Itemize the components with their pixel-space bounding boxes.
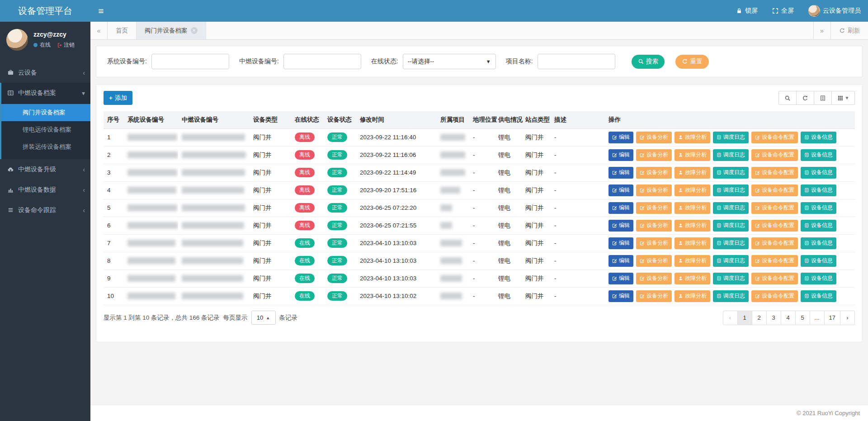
- row-action-5[interactable]: 设备信息: [801, 237, 836, 249]
- user-menu[interactable]: 云设备管理员: [801, 0, 868, 22]
- row-action-3[interactable]: 调度日志: [713, 255, 749, 267]
- table-search-toggle-button[interactable]: [778, 91, 797, 105]
- row-action-2[interactable]: 故障分析: [675, 273, 710, 284]
- page-button-5[interactable]: 5: [795, 311, 810, 325]
- sidebar-item-3[interactable]: 中燃设备数据‹: [1, 180, 90, 200]
- tabs-scroll-right-button[interactable]: »: [813, 22, 830, 39]
- row-action-0[interactable]: 编辑: [609, 184, 633, 196]
- page-button-1[interactable]: 1: [737, 311, 752, 325]
- row-action-2[interactable]: 故障分析: [675, 149, 710, 161]
- logout-button[interactable]: 注销: [57, 41, 75, 49]
- row-action-0[interactable]: 编辑: [609, 202, 633, 214]
- row-action-3[interactable]: 调度日志: [713, 273, 749, 284]
- table-columns-button[interactable]: ▼: [831, 91, 855, 105]
- sidebar-toggle-button[interactable]: [90, 0, 111, 22]
- page-size-select[interactable]: 10 ▲: [251, 311, 276, 325]
- row-action-4[interactable]: 设备命令配置: [751, 220, 798, 232]
- tab-0[interactable]: 首页: [108, 22, 137, 39]
- row-action-5[interactable]: 设备信息: [801, 255, 836, 267]
- sidebar-item-4[interactable]: 设备命令跟踪‹: [1, 200, 90, 220]
- row-action-2[interactable]: 故障分析: [675, 255, 710, 267]
- project-name-input[interactable]: [538, 54, 615, 69]
- page-button-prev[interactable]: ‹: [723, 311, 738, 325]
- table-row[interactable]: 9 阀门井 在线 正常 2023-04-10 13:10:03 - 锂电 阀门井…: [104, 270, 855, 287]
- row-action-2[interactable]: 故障分析: [675, 237, 710, 249]
- row-action-0[interactable]: 编辑: [609, 132, 633, 143]
- row-action-1[interactable]: 设备分析: [636, 220, 672, 232]
- row-action-1[interactable]: 设备分析: [636, 132, 672, 143]
- sys-device-no-input[interactable]: [151, 54, 229, 69]
- column-header-4[interactable]: 在线状态: [291, 111, 324, 128]
- row-action-1[interactable]: 设备分析: [636, 184, 672, 196]
- column-header-0[interactable]: 序号: [104, 111, 124, 128]
- row-action-1[interactable]: 设备分析: [636, 290, 672, 302]
- table-row[interactable]: 6 阀门井 离线 正常 2023-06-25 07:21:55 - 锂电 阀门井…: [104, 217, 855, 234]
- online-status-select[interactable]: --请选择--▼: [403, 54, 496, 69]
- sidebar-item-0[interactable]: 云设备‹: [1, 62, 90, 83]
- column-header-2[interactable]: 中燃设备编号: [178, 111, 250, 128]
- row-action-1[interactable]: 设备分析: [636, 149, 672, 161]
- column-header-10[interactable]: 站点类型: [522, 111, 551, 128]
- column-header-1[interactable]: 系统设备编号: [124, 111, 178, 128]
- table-refresh-button[interactable]: [796, 91, 814, 105]
- row-action-2[interactable]: 故障分析: [675, 167, 710, 179]
- row-action-4[interactable]: 设备命令配置: [751, 184, 798, 196]
- add-button[interactable]: + 添加: [104, 91, 132, 105]
- column-header-6[interactable]: 修改时间: [356, 111, 437, 128]
- row-action-2[interactable]: 故障分析: [675, 290, 710, 302]
- row-action-3[interactable]: 调度日志: [713, 220, 749, 232]
- column-header-7[interactable]: 所属项目: [437, 111, 469, 128]
- row-action-3[interactable]: 调度日志: [713, 132, 749, 143]
- page-button-...[interactable]: ...: [810, 311, 825, 325]
- row-action-5[interactable]: 设备信息: [801, 149, 836, 161]
- row-action-4[interactable]: 设备命令配置: [751, 273, 798, 284]
- reset-button[interactable]: 重置: [675, 55, 709, 69]
- row-action-5[interactable]: 设备信息: [801, 132, 836, 143]
- row-action-5[interactable]: 设备信息: [801, 167, 836, 179]
- sidebar-item-2[interactable]: 中燃设备升级‹: [1, 159, 90, 180]
- row-action-4[interactable]: 设备命令配置: [751, 132, 798, 143]
- table-row[interactable]: 4 阀门井 离线 正常 2023-09-20 17:51:16 - 锂电 阀门井…: [104, 181, 855, 199]
- row-action-5[interactable]: 设备信息: [801, 184, 836, 196]
- row-action-4[interactable]: 设备命令配置: [751, 167, 798, 179]
- cn-device-no-input[interactable]: [283, 54, 361, 69]
- row-action-4[interactable]: 设备命令配置: [751, 202, 798, 214]
- row-action-3[interactable]: 调度日志: [713, 237, 749, 249]
- row-action-2[interactable]: 故障分析: [675, 220, 710, 232]
- tabs-scroll-left-button[interactable]: «: [90, 22, 108, 39]
- column-header-9[interactable]: 供电情况: [495, 111, 522, 128]
- row-action-1[interactable]: 设备分析: [636, 255, 672, 267]
- row-action-3[interactable]: 调度日志: [713, 149, 749, 161]
- row-action-4[interactable]: 设备命令配置: [751, 237, 798, 249]
- row-action-0[interactable]: 编辑: [609, 255, 633, 267]
- row-action-5[interactable]: 设备信息: [801, 220, 836, 232]
- sidebar-subitem-1-0[interactable]: 阀门井设备档案: [1, 104, 90, 121]
- fullscreen-button[interactable]: 全屏: [765, 0, 801, 22]
- row-action-4[interactable]: 设备命令配置: [751, 290, 798, 302]
- row-action-0[interactable]: 编辑: [609, 149, 633, 161]
- row-action-3[interactable]: 调度日志: [713, 202, 749, 214]
- sidebar-subitem-1-1[interactable]: 锂电远传设备档案: [1, 121, 90, 138]
- column-header-11[interactable]: 描述: [551, 111, 583, 128]
- app-logo[interactable]: 设备管理平台: [0, 0, 90, 22]
- row-action-1[interactable]: 设备分析: [636, 167, 672, 179]
- page-button-4[interactable]: 4: [781, 311, 796, 325]
- row-action-2[interactable]: 故障分析: [675, 132, 710, 143]
- row-action-1[interactable]: 设备分析: [636, 273, 672, 284]
- table-row[interactable]: 2 阀门井 离线 正常 2023-09-22 11:16:06 - 锂电 阀门井…: [104, 146, 855, 164]
- row-action-5[interactable]: 设备信息: [801, 290, 836, 302]
- table-detail-view-button[interactable]: [814, 91, 832, 105]
- row-action-0[interactable]: 编辑: [609, 220, 633, 232]
- row-action-3[interactable]: 调度日志: [713, 184, 749, 196]
- page-button-2[interactable]: 2: [752, 311, 767, 325]
- column-header-12[interactable]: 操作: [583, 111, 855, 128]
- column-header-5[interactable]: 设备状态: [324, 111, 356, 128]
- page-button-17[interactable]: 17: [824, 311, 840, 325]
- row-action-0[interactable]: 编辑: [609, 290, 633, 302]
- sidebar-item-1[interactable]: 中燃设备档案▾: [1, 83, 90, 103]
- row-action-2[interactable]: 故障分析: [675, 184, 710, 196]
- row-action-0[interactable]: 编辑: [609, 167, 633, 179]
- table-row[interactable]: 1 阀门井 离线 正常 2023-09-22 11:16:40 - 锂电 阀门井…: [104, 128, 855, 146]
- sidebar-subitem-1-2[interactable]: 拼装远传设备档案: [1, 138, 90, 156]
- tab-refresh-button[interactable]: 刷新: [830, 22, 868, 39]
